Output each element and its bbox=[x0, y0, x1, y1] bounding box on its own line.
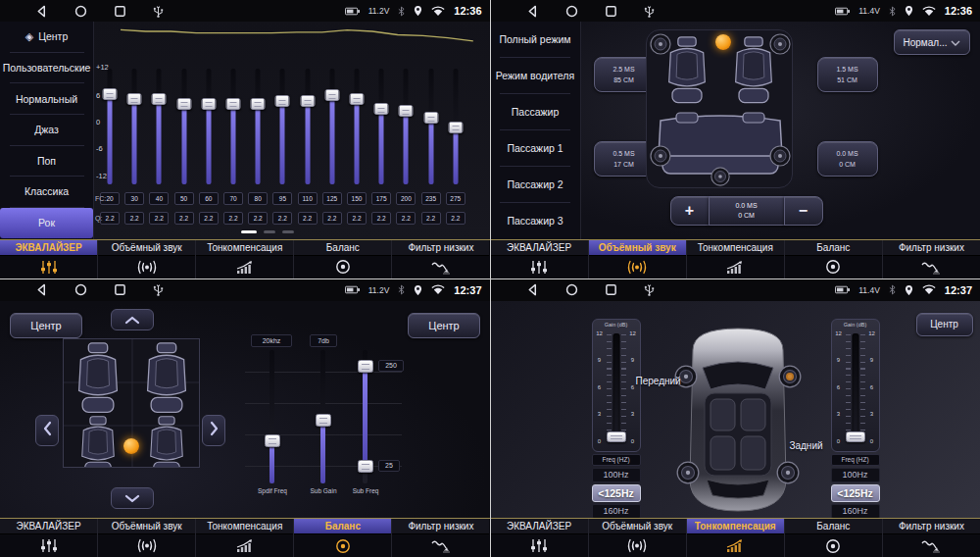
sub-gain-slider-handle[interactable] bbox=[316, 414, 331, 427]
freq-option[interactable]: <125Hz bbox=[592, 484, 641, 502]
tab-loudness[interactable]: Тонкомпенсация bbox=[196, 519, 294, 557]
eq-band-slider-handle[interactable] bbox=[251, 98, 266, 110]
recents-icon[interactable] bbox=[605, 5, 617, 18]
preset-7[interactable]: Рок bbox=[0, 208, 93, 239]
tab-lowpass[interactable]: Фильтр низких bbox=[392, 519, 489, 557]
delay-rear-right-button[interactable]: 0.0 MS 0 CM bbox=[817, 141, 878, 177]
tab-surround[interactable]: Объёмный звук bbox=[589, 519, 687, 557]
move-left-button[interactable] bbox=[35, 415, 59, 446]
eq-band-slider-handle[interactable] bbox=[275, 95, 290, 107]
position-menu-item-4[interactable]: Пассажир 1 bbox=[491, 130, 580, 167]
preset-4[interactable]: Джаз bbox=[0, 115, 93, 146]
move-up-button[interactable] bbox=[111, 309, 154, 330]
gain-slider-handle[interactable] bbox=[846, 431, 865, 442]
back-icon[interactable] bbox=[35, 283, 48, 296]
tab-equalizer[interactable]: ЭКВАЛАЙЗЕР bbox=[0, 519, 98, 557]
preset-3[interactable]: Нормальный bbox=[0, 83, 93, 115]
eq-band-slider-handle[interactable] bbox=[226, 98, 241, 110]
position-menu-item-2[interactable]: Режим водителя bbox=[491, 58, 580, 94]
move-right-button[interactable] bbox=[202, 415, 225, 446]
home-icon[interactable] bbox=[565, 5, 578, 18]
preset-2[interactable]: Пользовательские bbox=[0, 53, 93, 84]
tick-marks bbox=[607, 334, 612, 440]
freq-option[interactable]: 160Hz bbox=[831, 504, 880, 519]
move-down-button[interactable] bbox=[111, 487, 154, 509]
preset-dropdown[interactable]: Нормал... bbox=[894, 29, 970, 55]
tab-balance[interactable]: Баланс bbox=[785, 519, 883, 557]
position-menu-item-1[interactable]: Полный режим bbox=[491, 22, 580, 58]
status-bar: 11.2V12:37 bbox=[0, 279, 490, 301]
eq-band-slider-handle[interactable] bbox=[399, 105, 414, 117]
eq-band-slider-handle[interactable] bbox=[127, 93, 142, 105]
freq-option[interactable]: <125Hz bbox=[831, 484, 880, 502]
tab-loudness[interactable]: Тонкомпенсация bbox=[687, 519, 785, 557]
home-icon[interactable] bbox=[74, 283, 87, 296]
freq-option[interactable]: 100Hz bbox=[831, 468, 880, 482]
delay-value-display: 0.0 MS 0 CM bbox=[709, 196, 785, 226]
sub-freq-lower-handle[interactable] bbox=[358, 460, 373, 473]
delay-increase-button[interactable]: + bbox=[670, 196, 710, 226]
listening-position-ball[interactable] bbox=[715, 34, 731, 50]
tab-equalizer[interactable]: ЭКВАЛАЙЗЕР bbox=[491, 519, 589, 557]
position-menu-item-6[interactable]: Пассажир 3 bbox=[491, 203, 580, 239]
listening-position-menu: Полный режимРежим водителяПассажирПассаж… bbox=[491, 22, 581, 239]
sub-freq-upper-handle[interactable] bbox=[358, 360, 373, 373]
eq-band-slider-handle[interactable] bbox=[152, 93, 167, 105]
tab-surround[interactable]: Объёмный звук bbox=[98, 519, 196, 557]
tab-surround[interactable]: Объёмный звук bbox=[589, 240, 687, 278]
eq-band-slider-handle[interactable] bbox=[324, 89, 339, 101]
eq-band-slider-handle[interactable] bbox=[176, 98, 191, 110]
tab-loudness[interactable]: Тонкомпенсация bbox=[196, 240, 294, 278]
page-dot[interactable] bbox=[264, 230, 275, 233]
location-icon bbox=[905, 284, 913, 296]
page-dot[interactable] bbox=[282, 230, 294, 233]
center-button[interactable]: Центр bbox=[916, 313, 973, 336]
preset-1[interactable]: ◈Центр bbox=[0, 22, 93, 53]
recents-icon[interactable] bbox=[114, 283, 126, 296]
center-button-left[interactable]: Центр bbox=[10, 313, 82, 338]
tab-balance[interactable]: Баланс bbox=[294, 240, 392, 278]
delay-front-right-button[interactable]: 1.5 MS 51 CM bbox=[817, 57, 878, 92]
tab-balance[interactable]: Баланс bbox=[785, 240, 883, 278]
rear-freq-selector: Freq (HZ)100Hz<125Hz160Hz bbox=[831, 454, 880, 519]
preset-5[interactable]: Поп bbox=[0, 146, 93, 177]
tab-lowpass[interactable]: Фильтр низких bbox=[883, 240, 980, 278]
home-icon[interactable] bbox=[565, 283, 578, 296]
eq-band-fc-value: 50 bbox=[174, 192, 194, 205]
tab-balance[interactable]: Баланс bbox=[294, 519, 392, 557]
freq-option[interactable]: 100Hz bbox=[592, 468, 641, 482]
back-icon[interactable] bbox=[526, 5, 539, 18]
eq-band-slider-handle[interactable] bbox=[201, 98, 216, 110]
eq-band-slider-handle[interactable] bbox=[448, 122, 463, 133]
position-menu-item-3[interactable]: Пассажир bbox=[491, 94, 580, 130]
back-icon[interactable] bbox=[35, 5, 48, 18]
tab-surround[interactable]: Объёмный звук bbox=[98, 240, 196, 278]
eq-band-slider-handle[interactable] bbox=[300, 95, 315, 107]
spdif-freq-slider-handle[interactable] bbox=[265, 434, 280, 447]
nav-buttons bbox=[35, 5, 164, 18]
tab-lowpass[interactable]: Фильтр низких bbox=[392, 240, 489, 278]
recents-icon[interactable] bbox=[605, 283, 617, 296]
eq-band-slider-handle[interactable] bbox=[350, 93, 365, 105]
delay-decrease-button[interactable]: − bbox=[784, 196, 823, 226]
tab-lowpass[interactable]: Фильтр низких bbox=[883, 519, 980, 557]
eq-band-slider-handle[interactable] bbox=[374, 103, 389, 115]
gain-scale-value: 3 bbox=[866, 411, 878, 417]
eq-band-q-value: 2.2 bbox=[149, 212, 169, 225]
tab-loudness[interactable]: Тонкомпенсация bbox=[687, 240, 785, 278]
back-icon[interactable] bbox=[526, 283, 539, 296]
home-icon[interactable] bbox=[74, 5, 87, 18]
eq-band-fc-value: 235 bbox=[421, 192, 441, 205]
preset-6[interactable]: Классика bbox=[0, 177, 93, 208]
eq-band-fill bbox=[404, 111, 409, 184]
tab-equalizer[interactable]: ЭКВАЛАЙЗЕР bbox=[491, 240, 589, 278]
center-button-right[interactable]: Центр bbox=[408, 313, 480, 338]
gain-slider-handle[interactable] bbox=[607, 431, 626, 442]
freq-option[interactable]: 160Hz bbox=[592, 504, 641, 519]
eq-band-slider-handle[interactable] bbox=[423, 112, 438, 124]
recents-icon[interactable] bbox=[114, 5, 126, 18]
tab-equalizer[interactable]: ЭКВАЛАЙЗЕР bbox=[0, 240, 98, 278]
balance-position-ball[interactable] bbox=[123, 438, 139, 454]
position-menu-item-5[interactable]: Пассажир 2 bbox=[491, 167, 580, 203]
eq-band-slider-handle[interactable] bbox=[103, 88, 118, 100]
